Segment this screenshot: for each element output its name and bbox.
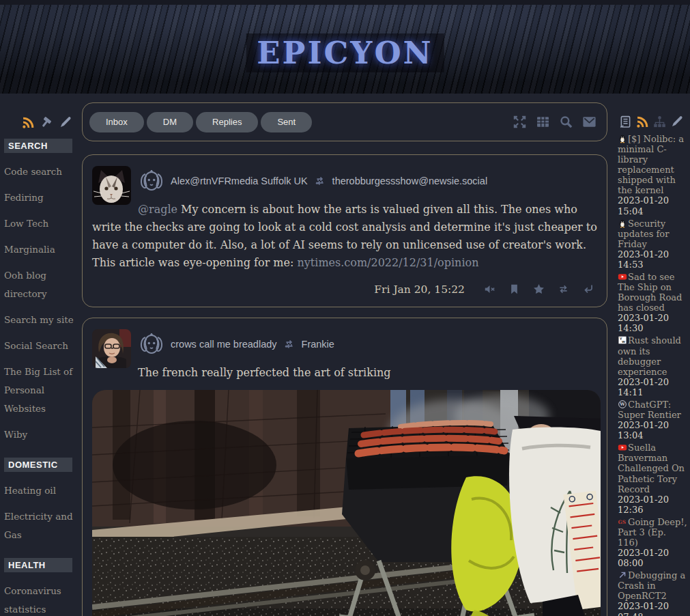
- epicyon-dog-icon: [138, 167, 165, 195]
- epicyon-dog-icon: [138, 331, 165, 358]
- edit-icon[interactable]: [670, 115, 684, 129]
- newswire-link[interactable]: [$] Nolibc: a minimal C-library replacem…: [618, 134, 684, 195]
- post-author[interactable]: Alex@rtnVFRmedia Suffolk UK: [171, 176, 308, 186]
- post-announced-to[interactable]: Frankie: [302, 339, 334, 350]
- sidebar-link[interactable]: The Big List of Personal Websites: [4, 363, 78, 418]
- newswire-item: Security updates for Friday2023-01-20 14…: [618, 219, 687, 270]
- sidebar-link[interactable]: Marginalia: [4, 240, 78, 259]
- newswire-date: 2023-01-20 13:04: [618, 420, 687, 440]
- star-icon[interactable]: [532, 283, 545, 296]
- site-title: EPICYON: [246, 33, 444, 72]
- expand-icon[interactable]: [512, 114, 528, 130]
- repeat-icon[interactable]: [557, 283, 570, 296]
- timeline-tabs: InboxDMRepliesSent: [89, 112, 312, 132]
- rss-icon[interactable]: [635, 115, 650, 129]
- reply-icon[interactable]: [581, 283, 594, 296]
- sidebar-link[interactable]: Coronavirus statistics: [4, 582, 78, 616]
- newswire-sidebar-icons: [618, 115, 687, 129]
- post-2-body: The french really perfected the art of s…: [92, 364, 597, 382]
- post-1-body: @ragle My concern is about how the arts …: [92, 201, 597, 272]
- content-area: SEARCHCode searchFediringLow TechMargina…: [0, 94, 690, 616]
- penguin-icon: [618, 219, 627, 228]
- sidebar-link[interactable]: Heating oil: [4, 481, 78, 500]
- post-announced-to[interactable]: therobburgessshow@newsie.social: [332, 176, 488, 186]
- post-action-icons: [483, 283, 594, 296]
- links-sidebar: SEARCHCode searchFediringLow TechMargina…: [0, 94, 82, 616]
- youtube-icon: [618, 443, 627, 452]
- youtube-icon: [618, 272, 627, 281]
- timeline-column: InboxDMRepliesSent: [82, 94, 607, 616]
- avatar-breadlady[interactable]: [92, 329, 131, 368]
- timeline-toolbar-icons: [512, 114, 597, 130]
- post-external-link[interactable]: nytimes.com/2022/12/31/opinion: [297, 256, 478, 269]
- bookmark-icon[interactable]: [508, 283, 521, 296]
- newswire-date: 2023-01-20 08:00: [618, 548, 687, 568]
- sitemap-icon[interactable]: [652, 115, 667, 129]
- newswire-link[interactable]: Suella Braverman Challenged On Pathetic …: [618, 443, 685, 494]
- post-1-header: Alex@rtnVFRmedia Suffolk UK therobburges…: [138, 166, 597, 196]
- timeline-tabbar: InboxDMRepliesSent: [82, 102, 607, 141]
- newswire-item: Sad to see The Ship on Borough Road has …: [618, 272, 687, 333]
- tab-sent[interactable]: Sent: [261, 112, 312, 132]
- hammer-icon[interactable]: [40, 115, 54, 130]
- yw-icon: [618, 335, 627, 345]
- edit-icon[interactable]: [58, 115, 72, 130]
- cat-avatar-image: [92, 166, 131, 205]
- penguin-icon: [618, 134, 627, 143]
- newswire-date: 2023-01-20 14:30: [618, 313, 687, 333]
- sidebar-link[interactable]: Ooh blog directory: [4, 266, 78, 303]
- sidebar-link[interactable]: Electricity and Gas: [4, 507, 78, 544]
- banner-image[interactable]: EPICYON: [0, 5, 690, 94]
- links-sections: SEARCHCode searchFediringLow TechMargina…: [4, 139, 82, 616]
- post-author[interactable]: crows call me breadlady: [171, 339, 277, 350]
- section-header-health: HEALTH: [4, 558, 72, 572]
- post-1-footer: Fri Jan 20, 15:22: [92, 283, 594, 296]
- envelope-icon[interactable]: [581, 114, 597, 130]
- tab-dm[interactable]: DM: [147, 112, 193, 132]
- newswire-date: 2023-01-20 07:48: [618, 601, 687, 616]
- table-icon[interactable]: [535, 114, 551, 130]
- section-header-domestic: DOMESTIC: [4, 458, 72, 472]
- post-timestamp[interactable]: Fri Jan 20, 15:22: [374, 283, 465, 296]
- newswire-link[interactable]: Debugging a Crash in OpenRCT2: [618, 570, 685, 601]
- newswire-list: [$] Nolibc: a minimal C-library replacem…: [618, 134, 687, 616]
- grill-photo: [92, 390, 601, 616]
- avatar-cat[interactable]: [92, 166, 131, 205]
- tab-replies[interactable]: Replies: [196, 112, 258, 132]
- mute-icon[interactable]: [483, 283, 496, 296]
- post-image-attachment[interactable]: [92, 390, 601, 616]
- sidebar-link[interactable]: Social Search: [4, 337, 78, 355]
- newswire-date: 2023-01-20 15:04: [618, 195, 687, 216]
- links-sidebar-icons: [4, 115, 82, 130]
- newswire-link[interactable]: Sad to see The Ship on Borough Road has …: [618, 272, 682, 313]
- newswire-date: 2023-01-20 14:53: [618, 249, 687, 270]
- breadlady-avatar-image: [92, 329, 131, 368]
- tab-inbox[interactable]: Inbox: [89, 112, 144, 132]
- sidebar-link[interactable]: Code search: [4, 163, 78, 181]
- extlink-icon: [618, 570, 627, 580]
- rss-icon[interactable]: [21, 115, 35, 130]
- newswire-item: Going Deep!, Part 3 (Ep. 116)2023-01-20 …: [618, 517, 687, 568]
- top-strip: [0, 0, 690, 5]
- announce-icon: [283, 337, 296, 351]
- newswire-item: Suella Braverman Challenged On Pathetic …: [618, 443, 687, 515]
- sidebar-link[interactable]: Search my site: [4, 311, 78, 329]
- section-header-search: SEARCH: [4, 139, 72, 153]
- announce-icon: [313, 174, 327, 188]
- post-2-header: crows call me breadlady Frankie: [138, 329, 597, 359]
- newswire-item: Debugging a Crash in OpenRCT22023-01-20 …: [618, 570, 687, 616]
- newswire-item: Rust should own its debugger experience2…: [618, 335, 687, 397]
- mention-link[interactable]: @ragle: [138, 203, 177, 216]
- sidebar-link[interactable]: Fediring: [4, 188, 78, 207]
- newswire-link[interactable]: Going Deep!, Part 3 (Ep. 116): [618, 517, 687, 548]
- gs-icon: [618, 517, 627, 527]
- sidebar-link[interactable]: Wiby: [4, 425, 78, 444]
- newspaper-icon[interactable]: [618, 115, 633, 129]
- newswire-sidebar: [$] Nolibc: a minimal C-library replacem…: [607, 94, 690, 616]
- search-icon[interactable]: [558, 114, 574, 130]
- newswire-date: 2023-01-20 14:11: [618, 377, 687, 397]
- post-1: Alex@rtnVFRmedia Suffolk UK therobburges…: [82, 154, 607, 307]
- newswire-item: [$] Nolibc: a minimal C-library replacem…: [618, 134, 687, 216]
- epicyon-app: EPICYON SEARCHCode searchFediringLow Tec…: [0, 0, 690, 616]
- sidebar-link[interactable]: Low Tech: [4, 214, 78, 233]
